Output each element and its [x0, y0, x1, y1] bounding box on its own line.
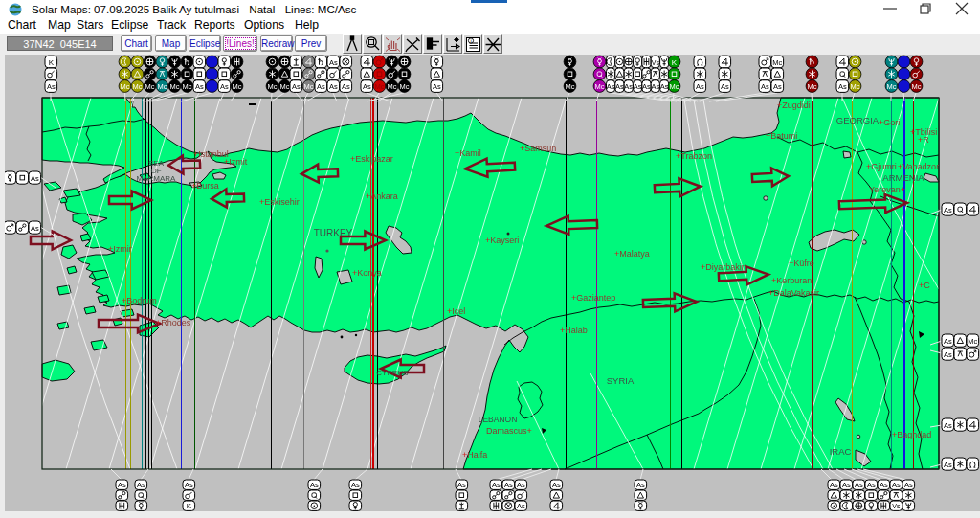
svg-text:IRAC: IRAC [830, 446, 852, 457]
svg-text:GEORGIA: GEORGIA [836, 115, 880, 125]
svg-text:+Kayseri: +Kayseri [485, 236, 519, 245]
svg-text:+Icel: +Icel [447, 306, 465, 316]
svg-text:+DalaVakasir: +DalaVakasir [768, 288, 819, 298]
svg-text:+Trabzon: +Trabzon [676, 151, 712, 161]
svg-text:+Izmir: +Izmir [108, 244, 132, 254]
svg-text:ARMENIA: ARMENIA [882, 172, 924, 183]
svg-text:+Gori: +Gori [879, 118, 900, 127]
svg-text:LEBANON: LEBANON [479, 415, 518, 424]
svg-text:SYRIA: SYRIA [607, 375, 635, 386]
svg-text:+Gaziantep: +Gaziantep [571, 293, 615, 303]
svg-text:+Konya: +Konya [352, 268, 382, 278]
svg-text:+Malatya: +Malatya [614, 249, 650, 259]
svg-text:+Eskipazar: +Eskipazar [350, 154, 393, 164]
svg-text:+C: +C [919, 281, 930, 290]
svg-text:Yerevan+: Yerevan+ [869, 185, 905, 194]
svg-text:MARMARA: MARMARA [137, 174, 177, 183]
svg-text:+Ankara: +Ankara [366, 191, 398, 201]
svg-text:+Vanadzor: +Vanadzor [898, 162, 939, 171]
svg-text:+Bodrum: +Bodrum [122, 296, 157, 305]
svg-text:+Diyarbakir: +Diyarbakir [701, 262, 745, 272]
svg-text:+Kerburan: +Kerburan [771, 276, 812, 285]
svg-text:+Haifa: +Haifa [462, 450, 487, 460]
svg-text:+Kamil: +Kamil [455, 148, 481, 158]
svg-text:+Rhodes: +Rhodes [156, 318, 191, 327]
svg-text:+Eskisehir: +Eskisehir [259, 197, 300, 207]
svg-text:+Gjumri: +Gjumri [866, 162, 897, 171]
svg-text:+Küfre: +Küfre [789, 259, 814, 268]
svg-text:+R: +R [918, 135, 929, 145]
svg-text:+Zugdidi: +Zugdidi [777, 101, 811, 110]
svg-text:Damascus+: Damascus+ [486, 426, 532, 436]
svg-text:TURKEY: TURKEY [314, 228, 353, 238]
svg-text:+Batumi: +Batumi [766, 131, 797, 141]
svg-text:+Halab: +Halab [560, 326, 588, 335]
svg-text:+Bursa: +Bursa [191, 181, 219, 191]
svg-text:+Baghdad: +Baghdad [892, 430, 931, 439]
svg-text:+Izmit: +Izmit [224, 157, 248, 167]
svg-text:+Samsun: +Samsun [520, 144, 556, 153]
svg-text:CYPRUS: CYPRUS [376, 369, 408, 377]
